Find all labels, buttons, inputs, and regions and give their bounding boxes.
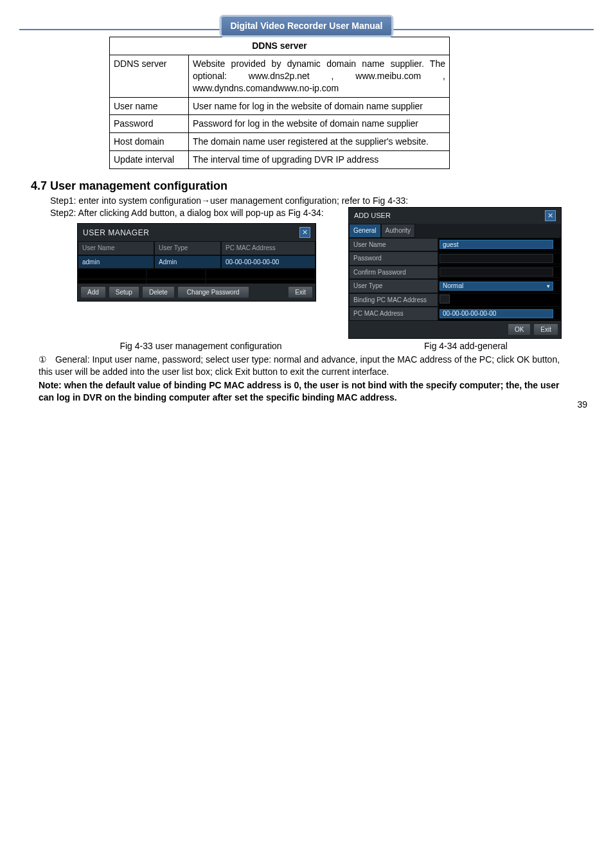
exit-button[interactable]: Exit <box>533 323 558 336</box>
binding-checkbox[interactable] <box>440 294 450 303</box>
cell-usertype: Admin <box>154 255 221 269</box>
cell-mac: 00-00-00-00-00-00 <box>221 255 315 269</box>
label-binding: Binding PC MAC Address <box>349 293 438 307</box>
label-password: Password <box>349 251 438 266</box>
step1-text: Step1: enter into system configuration→u… <box>50 195 594 207</box>
note-text: Note: when the default value of binding … <box>39 379 574 404</box>
para-general: General: Input user name, password; sele… <box>39 354 560 377</box>
exit-button[interactable]: Exit <box>288 286 313 299</box>
ddns-k3: Password <box>110 115 189 133</box>
delete-button[interactable]: Delete <box>142 286 175 299</box>
label-username: User Name <box>349 238 438 252</box>
ddns-v2: User name for log in the website of doma… <box>189 97 450 115</box>
mac-field[interactable]: 00-00-00-00-00-00 <box>440 309 553 318</box>
ddns-title: DDNS server <box>110 37 450 55</box>
label-mac: PC MAC Address <box>349 307 438 321</box>
tab-general[interactable]: General <box>349 224 381 238</box>
ok-button[interactable]: OK <box>508 323 531 336</box>
change-password-button[interactable]: Change Password <box>177 286 249 299</box>
confirm-password-field[interactable] <box>440 267 553 276</box>
user-manager-title: USER MANAGER <box>83 228 149 238</box>
caption-fig-4-34: Fig 4-34 add-general <box>353 340 578 352</box>
col-username: User Name <box>78 241 154 255</box>
col-usertype: User Type <box>154 241 221 255</box>
ddns-k1: DDNS server <box>110 55 189 97</box>
ddns-v3: Password for log in the website of domai… <box>189 115 450 133</box>
circled-1: ① <box>39 354 53 366</box>
page-number: 39 <box>577 399 587 411</box>
table-row[interactable]: admin Admin 00-00-00-00-00-00 <box>78 255 315 269</box>
usertype-select[interactable]: Normal▾ <box>440 282 553 291</box>
col-mac: PC MAC Address <box>221 241 315 255</box>
add-user-title: ADD USER <box>354 211 391 221</box>
ddns-table: DDNS server DDNS server Website provided… <box>109 37 450 169</box>
label-confirm-password: Confirm Password <box>349 266 438 280</box>
close-icon[interactable]: ✕ <box>545 210 556 221</box>
label-usertype: User Type <box>349 279 438 293</box>
chevron-down-icon: ▾ <box>547 282 550 290</box>
ddns-k2: User name <box>110 97 189 115</box>
section-heading: 4.7 User management configuration <box>31 178 594 194</box>
user-manager-window: USER MANAGER ✕ User Name User Type PC MA… <box>77 223 316 302</box>
tab-authority[interactable]: Authority <box>381 224 415 238</box>
username-field[interactable]: guest <box>440 240 553 249</box>
ddns-v5: The interval time of upgrading DVR IP ad… <box>189 151 450 169</box>
ddns-v1: Website provided by dynamic domain name … <box>189 55 450 97</box>
caption-fig-4-33: Fig 4-33 user management configuration <box>90 340 312 352</box>
setup-button[interactable]: Setup <box>109 286 139 299</box>
close-icon[interactable]: ✕ <box>299 227 310 238</box>
page-header-title: Digital Video Recorder User Manual <box>219 15 393 37</box>
ddns-k4: Host domain <box>110 133 189 151</box>
cell-username: admin <box>78 255 154 269</box>
password-field[interactable] <box>440 254 553 263</box>
ddns-v4: The domain name user registered at the s… <box>189 133 450 151</box>
add-button[interactable]: Add <box>80 286 106 299</box>
ddns-k5: Update interval <box>110 151 189 169</box>
add-user-window: ADD USER ✕ General Authority User Name g… <box>348 207 562 339</box>
